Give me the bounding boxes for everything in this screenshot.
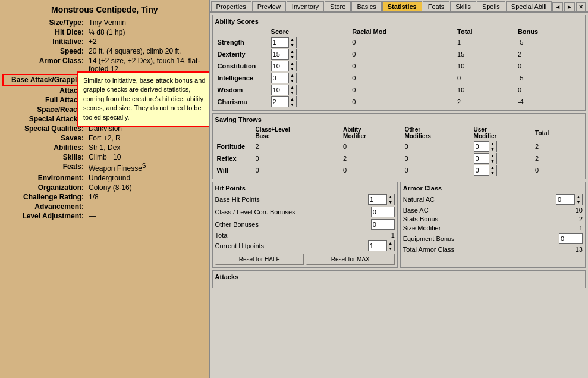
current-hp-spinbox[interactable]: ▲ ▼ — [368, 240, 395, 251]
tab-arrow-right[interactable]: ► — [564, 2, 575, 11]
feats-value: Weapon FinesseS — [86, 162, 206, 173]
reset-max-button[interactable]: Reset for MAX — [306, 254, 395, 265]
size-modifier-row: Size Modifier 1 — [403, 224, 583, 232]
ability-total-cell: 10 — [455, 60, 515, 72]
tab-preview[interactable]: Preview — [252, 1, 286, 11]
ability-name: Dexterity — [215, 48, 269, 60]
class-level-label: Class / Level Con. Bonuses — [215, 208, 371, 215]
ability-score-cell[interactable]: ▲ ▼ — [269, 96, 350, 108]
ability-score-spinbox[interactable]: ▲ ▼ — [271, 37, 297, 48]
tab-basics[interactable]: Basics — [351, 1, 381, 11]
current-hp-down[interactable]: ▼ — [387, 246, 394, 251]
natural-ac-up[interactable]: ▲ — [575, 194, 582, 199]
ability-score-down[interactable]: ▼ — [289, 90, 296, 95]
equipment-bonus-input[interactable] — [559, 233, 583, 244]
ability-score-input[interactable] — [272, 49, 288, 59]
ability-score-cell[interactable]: ▲ ▼ — [269, 60, 350, 72]
attacks-section: Attacks — [212, 270, 586, 288]
tab-inventory[interactable]: Inventory — [287, 1, 324, 11]
armor-class-label: Armor Class: — [3, 56, 86, 74]
tab-properties[interactable]: Properties — [211, 1, 251, 11]
tab-statistics[interactable]: Statistics — [382, 1, 422, 11]
save-user-up[interactable]: ▲ — [489, 153, 496, 158]
ability-score-up[interactable]: ▲ — [289, 49, 296, 54]
ability-score-down[interactable]: ▼ — [289, 42, 296, 48]
ability-score-down[interactable]: ▼ — [289, 66, 296, 71]
ability-score-spinbox[interactable]: ▲ ▼ — [271, 61, 297, 71]
save-other: 0 — [403, 164, 471, 176]
tab-store[interactable]: Store — [325, 1, 351, 11]
save-user-input[interactable] — [474, 154, 489, 163]
tab-close-btn[interactable]: ✕ — [576, 2, 586, 11]
attacks-title: Attacks — [215, 273, 583, 280]
save-total: 2 — [533, 152, 583, 164]
ability-score-spinbox[interactable]: ▲ ▼ — [271, 96, 297, 107]
base-hp-down[interactable]: ▼ — [387, 199, 394, 205]
save-user-down[interactable]: ▼ — [489, 170, 496, 176]
class-level-input[interactable] — [371, 207, 395, 217]
stats-bonus-value: 2 — [579, 215, 583, 223]
ability-score-input[interactable] — [272, 97, 288, 107]
save-user-spinbox[interactable]: ▲ ▼ — [474, 153, 497, 164]
base-hp-up[interactable]: ▲ — [387, 194, 394, 199]
ability-score-down[interactable]: ▼ — [289, 102, 296, 107]
tab-spells[interactable]: Spells — [477, 1, 505, 11]
tab-special-abili[interactable]: Special Abili — [506, 1, 552, 11]
natural-ac-spinbox[interactable]: ▲ ▼ — [556, 194, 583, 205]
save-user-spinbox[interactable]: ▲ ▼ — [474, 141, 497, 152]
ability-score-down[interactable]: ▼ — [289, 78, 296, 83]
reset-half-button[interactable]: Reset for HALF — [215, 254, 304, 265]
save-user-down[interactable]: ▼ — [489, 146, 496, 152]
saving-throws-table: Class+LevelBase AbilityModifier OtherMod… — [215, 126, 583, 176]
base-hp-spinbox[interactable]: ▲ ▼ — [368, 194, 395, 205]
hp-total-row: Total 1 — [215, 232, 395, 239]
tab-skills[interactable]: Skills — [450, 1, 476, 11]
ability-score-up[interactable]: ▲ — [289, 73, 296, 78]
ability-score-up[interactable]: ▲ — [289, 85, 296, 90]
current-hp-input[interactable] — [369, 241, 386, 251]
base-hp-input[interactable] — [369, 195, 386, 204]
save-user-up[interactable]: ▲ — [489, 141, 496, 146]
ability-score-spinbox[interactable]: ▲ ▼ — [271, 85, 297, 95]
save-user-down[interactable]: ▼ — [489, 158, 496, 164]
ability-score-cell[interactable]: ▲ ▼ — [269, 84, 350, 96]
base-ac-label: Base AC — [403, 207, 576, 214]
save-user-spinbox[interactable]: ▲ ▼ — [474, 165, 497, 176]
tab-arrow-left[interactable]: ◄ — [552, 2, 563, 11]
natural-ac-down[interactable]: ▼ — [575, 199, 582, 205]
save-user-up[interactable]: ▲ — [489, 165, 496, 170]
challenge-rating-label: Challenge Rating: — [3, 192, 86, 202]
ability-score-cell[interactable]: ▲ ▼ — [269, 72, 350, 84]
save-user[interactable]: ▲ ▼ — [472, 140, 534, 153]
natural-ac-input[interactable] — [556, 195, 574, 204]
tab-feats[interactable]: Feats — [423, 1, 450, 11]
size-type-value: Tiny Vermin — [86, 18, 206, 27]
ability-score-up[interactable]: ▲ — [289, 61, 296, 66]
ability-score-input[interactable] — [272, 61, 288, 71]
saves-row: Saves: Fort +2, R — [3, 133, 206, 143]
save-user[interactable]: ▲ ▼ — [472, 152, 534, 164]
ability-score-spinbox[interactable]: ▲ ▼ — [271, 49, 297, 60]
save-user-input[interactable] — [474, 165, 489, 175]
abilities-label: Abilities: — [3, 143, 86, 152]
other-bonuses-input[interactable] — [371, 219, 395, 230]
size-type-label: Size/Type: — [3, 18, 86, 27]
tab-bar: Properties Preview Inventory Store Basic… — [210, 0, 588, 13]
ability-score-cell[interactable]: ▲ ▼ — [269, 36, 350, 49]
current-hp-up[interactable]: ▲ — [387, 240, 394, 246]
skills-label: Skills: — [3, 152, 86, 162]
ability-score-cell[interactable]: ▲ ▼ — [269, 48, 350, 60]
save-user[interactable]: ▲ ▼ — [472, 164, 534, 176]
ability-score-input[interactable] — [272, 73, 288, 83]
save-user-input[interactable] — [474, 142, 489, 151]
special-attacks-label: Special Attacks: — [3, 114, 86, 124]
ability-score-up[interactable]: ▲ — [289, 96, 296, 102]
ability-score-input[interactable] — [272, 85, 288, 95]
ability-score-input[interactable] — [272, 38, 288, 47]
ability-score-up[interactable]: ▲ — [289, 37, 296, 42]
saves-header: Class+LevelBase AbilityModifier OtherMod… — [215, 126, 583, 140]
ability-score-spinbox[interactable]: ▲ ▼ — [271, 73, 297, 83]
ability-score-down[interactable]: ▼ — [289, 54, 296, 60]
natural-ac-arrows: ▲ ▼ — [574, 194, 582, 205]
tab-controls: ◄ ► ✕ — [552, 2, 588, 11]
